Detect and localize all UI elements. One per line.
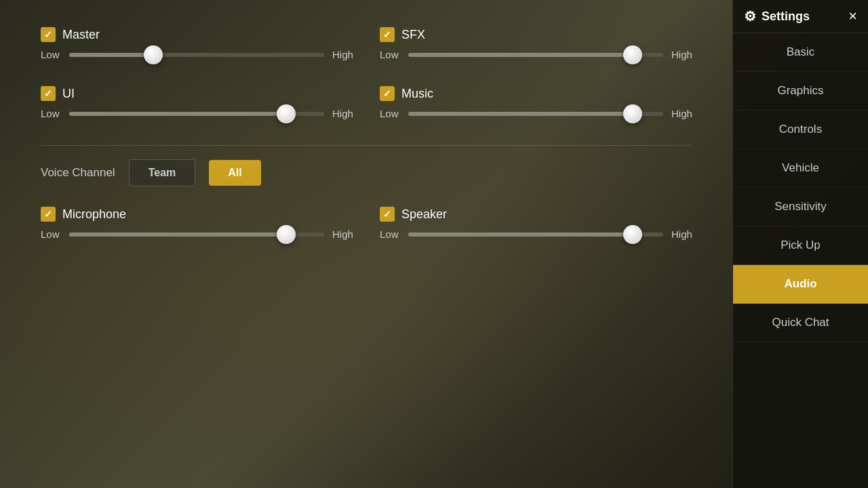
speaker-checkbox[interactable]: [380, 207, 395, 222]
bottom-sliders-section: Microphone Low High Speaker Low: [41, 207, 692, 252]
sfx-label: SFX: [401, 28, 425, 42]
speaker-track[interactable]: [408, 232, 663, 237]
music-label: Music: [401, 87, 433, 101]
master-label: Master: [62, 28, 100, 42]
sidebar-item-quickchat[interactable]: Quick Chat: [733, 304, 868, 342]
music-label-row: Music: [380, 86, 692, 101]
master-track[interactable]: [69, 53, 324, 57]
sfx-low-label: Low: [380, 49, 400, 60]
master-label-row: Master: [41, 27, 353, 42]
sidebar-item-controls[interactable]: Controls: [733, 110, 868, 149]
speaker-slider-row: Speaker Low High: [380, 207, 692, 240]
speaker-slider-container: Low High: [380, 228, 692, 240]
sfx-slider-row: SFX Low High: [380, 27, 692, 60]
master-fill: [69, 53, 153, 57]
audio-settings-panel: Master Low High SFX Low: [0, 0, 732, 488]
ui-thumb[interactable]: [277, 104, 296, 123]
microphone-slider-row: Microphone Low High: [41, 207, 353, 240]
master-high-label: High: [332, 49, 353, 60]
sfx-fill: [408, 53, 633, 57]
voice-all-button[interactable]: All: [209, 160, 260, 186]
sfx-slider-container: Low High: [380, 49, 692, 60]
settings-sidebar: ⚙ Settings × Basic Graphics Controls Veh…: [732, 0, 868, 488]
music-high-label: High: [671, 108, 692, 119]
speaker-label: Speaker: [401, 207, 447, 222]
microphone-thumb[interactable]: [277, 225, 296, 244]
music-fill: [408, 112, 633, 116]
voice-team-button[interactable]: Team: [129, 159, 196, 186]
ui-checkbox[interactable]: [41, 86, 56, 101]
master-slider-row: Master Low High: [41, 27, 353, 60]
music-track[interactable]: [408, 112, 663, 116]
voice-channel-row: Voice Channel Team All: [41, 159, 692, 186]
music-slider-row: Music Low High: [380, 86, 692, 119]
microphone-slider-container: Low High: [41, 228, 353, 240]
sidebar-header: ⚙ Settings ×: [733, 0, 868, 33]
microphone-fill: [69, 232, 286, 237]
ui-slider-container: Low High: [41, 108, 353, 119]
speaker-thumb[interactable]: [623, 225, 642, 244]
speaker-high-label: High: [671, 228, 692, 240]
voice-channel-label: Voice Channel: [41, 166, 115, 180]
music-thumb[interactable]: [623, 104, 642, 123]
sidebar-item-sensitivity[interactable]: Sensitivity: [733, 188, 868, 226]
sfx-checkbox[interactable]: [380, 27, 395, 42]
speaker-fill: [408, 232, 633, 237]
settings-title: ⚙ Settings: [744, 8, 810, 24]
microphone-label-row: Microphone: [41, 207, 353, 222]
sfx-thumb[interactable]: [623, 45, 642, 64]
music-slider-container: Low High: [380, 108, 692, 119]
microphone-checkbox[interactable]: [41, 207, 56, 222]
ui-fill: [69, 112, 286, 116]
sidebar-item-graphics[interactable]: Graphics: [733, 72, 868, 110]
sfx-label-row: SFX: [380, 27, 692, 42]
ui-low-label: Low: [41, 108, 61, 119]
microphone-high-label: High: [332, 228, 353, 240]
microphone-low-label: Low: [41, 228, 61, 240]
sfx-high-label: High: [671, 49, 692, 60]
divider: [41, 145, 692, 146]
top-sliders-section: Master Low High SFX Low: [41, 27, 692, 73]
sidebar-item-vehicle[interactable]: Vehicle: [733, 149, 868, 188]
ui-track[interactable]: [69, 112, 324, 116]
master-slider-container: Low High: [41, 49, 353, 60]
ui-high-label: High: [332, 108, 353, 119]
music-low-label: Low: [380, 108, 400, 119]
microphone-track[interactable]: [69, 232, 324, 237]
ui-label: UI: [62, 87, 75, 101]
music-checkbox[interactable]: [380, 86, 395, 101]
speaker-low-label: Low: [380, 228, 400, 240]
sidebar-item-audio[interactable]: Audio: [733, 265, 868, 304]
master-checkbox[interactable]: [41, 27, 56, 42]
microphone-label: Microphone: [62, 207, 126, 222]
close-button[interactable]: ×: [848, 9, 857, 24]
sidebar-item-basic[interactable]: Basic: [733, 33, 868, 72]
master-thumb[interactable]: [144, 45, 163, 64]
master-low-label: Low: [41, 49, 61, 60]
sfx-track[interactable]: [408, 53, 663, 57]
speaker-label-row: Speaker: [380, 207, 692, 222]
settings-label: Settings: [762, 9, 810, 24]
ui-slider-row: UI Low High: [41, 86, 353, 119]
mid-sliders-section: UI Low High Music Low: [41, 86, 692, 131]
gear-icon: ⚙: [744, 8, 756, 24]
ui-label-row: UI: [41, 86, 353, 101]
sidebar-item-pickup[interactable]: Pick Up: [733, 226, 868, 265]
